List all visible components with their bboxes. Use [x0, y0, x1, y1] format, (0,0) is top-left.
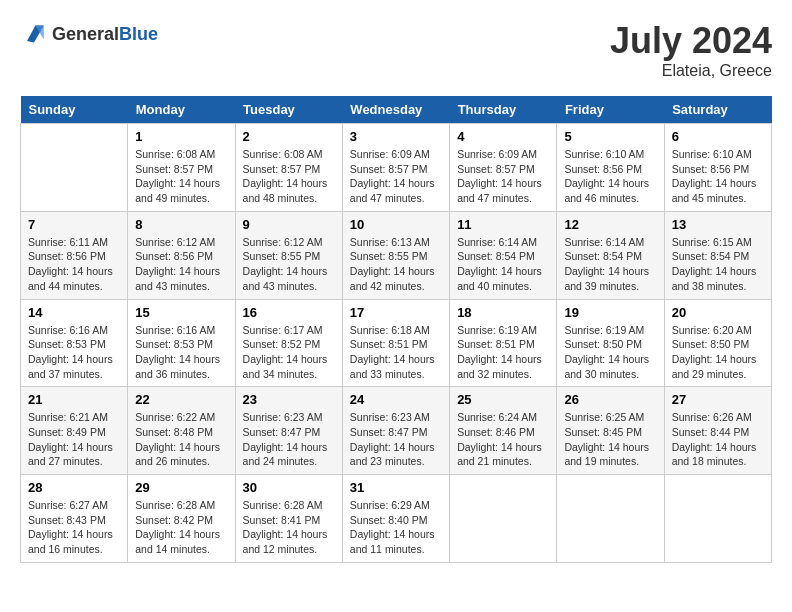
col-sunday: Sunday — [21, 96, 128, 124]
day-number: 19 — [564, 305, 656, 320]
calendar-cell: 2Sunrise: 6:08 AM Sunset: 8:57 PM Daylig… — [235, 124, 342, 212]
day-number: 25 — [457, 392, 549, 407]
day-info: Sunrise: 6:18 AM Sunset: 8:51 PM Dayligh… — [350, 323, 442, 382]
logo-blue-text: Blue — [119, 24, 158, 44]
day-info: Sunrise: 6:25 AM Sunset: 8:45 PM Dayligh… — [564, 410, 656, 469]
day-info: Sunrise: 6:11 AM Sunset: 8:56 PM Dayligh… — [28, 235, 120, 294]
day-info: Sunrise: 6:28 AM Sunset: 8:41 PM Dayligh… — [243, 498, 335, 557]
calendar-cell — [557, 475, 664, 563]
col-saturday: Saturday — [664, 96, 771, 124]
calendar-cell: 22Sunrise: 6:22 AM Sunset: 8:48 PM Dayli… — [128, 387, 235, 475]
day-number: 6 — [672, 129, 764, 144]
day-info: Sunrise: 6:16 AM Sunset: 8:53 PM Dayligh… — [135, 323, 227, 382]
day-info: Sunrise: 6:08 AM Sunset: 8:57 PM Dayligh… — [135, 147, 227, 206]
day-info: Sunrise: 6:09 AM Sunset: 8:57 PM Dayligh… — [350, 147, 442, 206]
calendar-cell: 4Sunrise: 6:09 AM Sunset: 8:57 PM Daylig… — [450, 124, 557, 212]
day-number: 29 — [135, 480, 227, 495]
calendar-cell: 25Sunrise: 6:24 AM Sunset: 8:46 PM Dayli… — [450, 387, 557, 475]
calendar-cell — [450, 475, 557, 563]
calendar-week-row: 28Sunrise: 6:27 AM Sunset: 8:43 PM Dayli… — [21, 475, 772, 563]
calendar-cell: 14Sunrise: 6:16 AM Sunset: 8:53 PM Dayli… — [21, 299, 128, 387]
day-number: 10 — [350, 217, 442, 232]
col-monday: Monday — [128, 96, 235, 124]
day-info: Sunrise: 6:10 AM Sunset: 8:56 PM Dayligh… — [564, 147, 656, 206]
calendar-week-row: 7Sunrise: 6:11 AM Sunset: 8:56 PM Daylig… — [21, 211, 772, 299]
day-info: Sunrise: 6:19 AM Sunset: 8:50 PM Dayligh… — [564, 323, 656, 382]
calendar-cell: 17Sunrise: 6:18 AM Sunset: 8:51 PM Dayli… — [342, 299, 449, 387]
day-info: Sunrise: 6:21 AM Sunset: 8:49 PM Dayligh… — [28, 410, 120, 469]
day-number: 20 — [672, 305, 764, 320]
col-thursday: Thursday — [450, 96, 557, 124]
calendar-cell: 29Sunrise: 6:28 AM Sunset: 8:42 PM Dayli… — [128, 475, 235, 563]
day-info: Sunrise: 6:12 AM Sunset: 8:56 PM Dayligh… — [135, 235, 227, 294]
day-number: 8 — [135, 217, 227, 232]
day-info: Sunrise: 6:28 AM Sunset: 8:42 PM Dayligh… — [135, 498, 227, 557]
month-year-title: July 2024 — [610, 20, 772, 62]
day-number: 12 — [564, 217, 656, 232]
calendar-cell: 15Sunrise: 6:16 AM Sunset: 8:53 PM Dayli… — [128, 299, 235, 387]
location-subtitle: Elateia, Greece — [610, 62, 772, 80]
calendar-week-row: 21Sunrise: 6:21 AM Sunset: 8:49 PM Dayli… — [21, 387, 772, 475]
col-friday: Friday — [557, 96, 664, 124]
day-info: Sunrise: 6:20 AM Sunset: 8:50 PM Dayligh… — [672, 323, 764, 382]
day-info: Sunrise: 6:23 AM Sunset: 8:47 PM Dayligh… — [350, 410, 442, 469]
calendar-cell: 11Sunrise: 6:14 AM Sunset: 8:54 PM Dayli… — [450, 211, 557, 299]
logo-icon — [20, 20, 48, 48]
day-number: 27 — [672, 392, 764, 407]
title-area: July 2024 Elateia, Greece — [610, 20, 772, 80]
day-number: 28 — [28, 480, 120, 495]
day-info: Sunrise: 6:12 AM Sunset: 8:55 PM Dayligh… — [243, 235, 335, 294]
day-number: 21 — [28, 392, 120, 407]
calendar-cell: 8Sunrise: 6:12 AM Sunset: 8:56 PM Daylig… — [128, 211, 235, 299]
calendar-cell: 30Sunrise: 6:28 AM Sunset: 8:41 PM Dayli… — [235, 475, 342, 563]
day-info: Sunrise: 6:29 AM Sunset: 8:40 PM Dayligh… — [350, 498, 442, 557]
calendar-cell: 26Sunrise: 6:25 AM Sunset: 8:45 PM Dayli… — [557, 387, 664, 475]
calendar-cell: 10Sunrise: 6:13 AM Sunset: 8:55 PM Dayli… — [342, 211, 449, 299]
day-number: 16 — [243, 305, 335, 320]
day-info: Sunrise: 6:22 AM Sunset: 8:48 PM Dayligh… — [135, 410, 227, 469]
day-number: 24 — [350, 392, 442, 407]
calendar-cell: 3Sunrise: 6:09 AM Sunset: 8:57 PM Daylig… — [342, 124, 449, 212]
day-info: Sunrise: 6:24 AM Sunset: 8:46 PM Dayligh… — [457, 410, 549, 469]
day-number: 13 — [672, 217, 764, 232]
day-number: 17 — [350, 305, 442, 320]
day-info: Sunrise: 6:17 AM Sunset: 8:52 PM Dayligh… — [243, 323, 335, 382]
day-info: Sunrise: 6:16 AM Sunset: 8:53 PM Dayligh… — [28, 323, 120, 382]
day-number: 4 — [457, 129, 549, 144]
calendar-cell — [21, 124, 128, 212]
calendar-cell: 5Sunrise: 6:10 AM Sunset: 8:56 PM Daylig… — [557, 124, 664, 212]
col-tuesday: Tuesday — [235, 96, 342, 124]
calendar-cell: 23Sunrise: 6:23 AM Sunset: 8:47 PM Dayli… — [235, 387, 342, 475]
calendar-cell: 12Sunrise: 6:14 AM Sunset: 8:54 PM Dayli… — [557, 211, 664, 299]
logo: GeneralBlue — [20, 20, 158, 48]
day-number: 31 — [350, 480, 442, 495]
calendar-cell: 27Sunrise: 6:26 AM Sunset: 8:44 PM Dayli… — [664, 387, 771, 475]
day-info: Sunrise: 6:26 AM Sunset: 8:44 PM Dayligh… — [672, 410, 764, 469]
page-header: GeneralBlue July 2024 Elateia, Greece — [20, 20, 772, 80]
day-number: 1 — [135, 129, 227, 144]
calendar-cell: 13Sunrise: 6:15 AM Sunset: 8:54 PM Dayli… — [664, 211, 771, 299]
calendar-cell: 16Sunrise: 6:17 AM Sunset: 8:52 PM Dayli… — [235, 299, 342, 387]
calendar-cell: 9Sunrise: 6:12 AM Sunset: 8:55 PM Daylig… — [235, 211, 342, 299]
calendar-cell: 28Sunrise: 6:27 AM Sunset: 8:43 PM Dayli… — [21, 475, 128, 563]
day-info: Sunrise: 6:15 AM Sunset: 8:54 PM Dayligh… — [672, 235, 764, 294]
day-number: 11 — [457, 217, 549, 232]
day-info: Sunrise: 6:14 AM Sunset: 8:54 PM Dayligh… — [457, 235, 549, 294]
calendar-cell: 1Sunrise: 6:08 AM Sunset: 8:57 PM Daylig… — [128, 124, 235, 212]
col-wednesday: Wednesday — [342, 96, 449, 124]
day-info: Sunrise: 6:23 AM Sunset: 8:47 PM Dayligh… — [243, 410, 335, 469]
calendar-cell: 7Sunrise: 6:11 AM Sunset: 8:56 PM Daylig… — [21, 211, 128, 299]
calendar-cell: 31Sunrise: 6:29 AM Sunset: 8:40 PM Dayli… — [342, 475, 449, 563]
calendar-cell: 21Sunrise: 6:21 AM Sunset: 8:49 PM Dayli… — [21, 387, 128, 475]
calendar-table: Sunday Monday Tuesday Wednesday Thursday… — [20, 96, 772, 563]
calendar-week-row: 1Sunrise: 6:08 AM Sunset: 8:57 PM Daylig… — [21, 124, 772, 212]
day-number: 23 — [243, 392, 335, 407]
calendar-cell: 19Sunrise: 6:19 AM Sunset: 8:50 PM Dayli… — [557, 299, 664, 387]
day-number: 9 — [243, 217, 335, 232]
day-number: 14 — [28, 305, 120, 320]
day-info: Sunrise: 6:13 AM Sunset: 8:55 PM Dayligh… — [350, 235, 442, 294]
day-number: 3 — [350, 129, 442, 144]
calendar-cell: 20Sunrise: 6:20 AM Sunset: 8:50 PM Dayli… — [664, 299, 771, 387]
calendar-cell: 18Sunrise: 6:19 AM Sunset: 8:51 PM Dayli… — [450, 299, 557, 387]
day-info: Sunrise: 6:14 AM Sunset: 8:54 PM Dayligh… — [564, 235, 656, 294]
